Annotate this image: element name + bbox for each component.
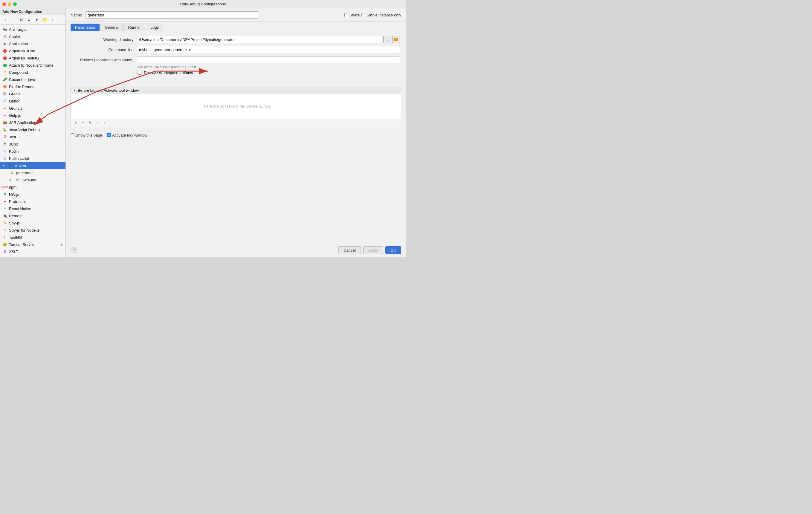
sidebar-item-label: Griffon [9,99,21,103]
before-launch-arrow-icon: ▼ [73,89,76,92]
share-checkbox[interactable] [344,13,348,17]
profiles-label: Profiles (separated with space): [72,58,135,62]
maven-icon: M [8,163,12,168]
sidebar-item-spyjs-node[interactable]: S Spy-js for Node.js [0,226,65,234]
single-instance-checkbox-label: Single instance only [361,13,401,17]
sidebar-item-js-debug[interactable]: 🐛 JavaScript Debug [0,126,65,133]
ok-button[interactable]: OK [385,246,401,254]
sidebar-item-label: JAR Application [9,120,36,125]
sidebar-item-label: Jest [9,135,16,139]
sidebar-item-maven-generator[interactable]: ⚙ generator [0,169,65,176]
add-config-button[interactable]: + [2,17,9,23]
gulp-icon: ● [2,113,7,118]
resolve-artifacts-checkbox[interactable] [138,71,141,75]
sidebar-item-nw[interactable]: N NW.js [0,191,65,198]
working-directory-input[interactable] [137,36,382,43]
profiles-input[interactable] [137,56,400,63]
sidebar-item-label: Grunt.js [9,106,23,111]
sidebar-item-applet[interactable]: ☕ Applet [0,33,65,40]
show-page-checkbox[interactable] [70,133,75,137]
activate-tool-window-checkbox[interactable] [107,133,111,137]
sidebar-item-tomcat[interactable]: 🐱 Tomcat Server ▶ [0,241,65,248]
sidebar-item-firefox[interactable]: 🦊 Firefox Remote [0,83,65,90]
before-launch-down-button[interactable]: ↓ [102,120,107,125]
tab-parameters[interactable]: Parameters [70,24,99,31]
sidebar-item-kotlin[interactable]: K Kotlin [0,148,65,155]
tab-logs[interactable]: Logs [146,24,163,31]
sidebar-item-jest[interactable]: J Jest [0,133,65,141]
sidebar-item-attach-node[interactable]: ⬤ Attach to Node.js/Chrome [0,62,65,69]
sidebar-item-label: JavaScript Debug [9,128,40,132]
single-instance-checkbox[interactable] [361,13,365,17]
sidebar-item-maven-defaults[interactable]: ▶ ⚙ Defaults [0,176,65,183]
before-launch-add-button[interactable]: + [72,120,79,125]
minimize-button[interactable] [8,2,11,6]
tab-runner[interactable]: Runner [123,24,145,31]
cancel-button[interactable]: Cancel [339,246,360,254]
sidebar-item-gulp[interactable]: ● Gulp.js [0,112,65,119]
close-button[interactable] [2,2,6,6]
sidebar-item-gradle[interactable]: 🐘 Gradle [0,90,65,97]
sidebar-item-arquillian-testng[interactable]: ⬤ Arquillian TestNG [0,54,65,62]
share-checkbox-label: Share [344,13,360,17]
copy-config-button[interactable]: ⧉ [18,17,25,23]
before-launch-header[interactable]: ▼ Before launch: Activate tool window [71,87,401,94]
sidebar-item-more-items[interactable]: 33 items more (irrelevant)... [0,255,65,257]
before-launch-remove-button[interactable]: − [80,120,86,125]
apply-button[interactable]: Apply [363,246,383,254]
tab-general[interactable]: General [100,24,123,31]
command-line-label: Command line: [72,48,135,52]
sidebar-item-label: Protractor [9,199,26,204]
sidebar-item-griffon[interactable]: G Griffon [0,97,65,104]
xslt-icon: X [2,249,7,254]
sidebar-item-compound[interactable]: ⚙ Compound [0,69,65,76]
sidebar-item-label: Maven [14,163,26,168]
folder-button[interactable]: 📁 [41,17,48,23]
sidebar-item-spyjs[interactable]: S Spy-js [0,219,65,226]
sidebar-item-label: React Native [9,207,31,211]
sidebar-item-ant-target[interactable]: 🐜 Ant Target [0,26,65,33]
sidebar-item-application[interactable]: ▶ Application [0,40,65,47]
activate-tool-window-text: Activate tool window [112,133,147,138]
sidebar-item-remote[interactable]: 🔌 Remote [0,212,65,219]
sidebar-item-maven[interactable]: ▼ M Maven [0,162,65,169]
before-launch-body: There are no tasks to run before launch [71,94,401,118]
sidebar-item-junit[interactable]: ☕ JUnit [0,141,65,148]
name-input[interactable] [86,11,259,19]
move-up-button[interactable]: ▲ [26,17,32,23]
remove-config-button[interactable]: − [10,17,17,23]
sidebar-item-npm[interactable]: npm npm [0,183,65,191]
command-line-input[interactable] [137,46,400,53]
browse-working-dir-button[interactable]: … [383,36,391,43]
sidebar-item-label: Firefox Remote [9,85,36,89]
sidebar-item-label: Defaults [22,178,36,182]
before-launch-up-button[interactable]: ↑ [94,120,100,125]
name-label: Name: [70,13,82,17]
before-launch-edit-button[interactable]: ✎ [87,120,93,125]
jsdebug-icon: 🐛 [2,127,7,132]
folder-working-dir-button[interactable] [392,36,400,43]
sidebar-item-protractor[interactable]: ● Protractor [0,198,65,205]
sidebar-item-label: TestNG [9,235,22,240]
grunt-icon: ● [2,106,7,111]
sidebar-item-jar[interactable]: 📦 JAR Application [0,119,65,126]
move-down-button[interactable]: ▼ [33,17,40,23]
sidebar: Add New Configuration + − ⧉ ▲ ▼ 📁 ↕ 🐜 An… [0,8,66,257]
sidebar-item-label: generator [16,171,33,175]
sidebar-item-react-native[interactable]: ⚛ React Native [0,205,65,212]
defaults-expand-arrow: ▶ [9,178,13,181]
config-type-list: 🐜 Ant Target ☕ Applet ▶ Application ⬤ Ar… [0,25,65,257]
working-dir-label: Working directory: [72,37,135,42]
sidebar-item-testng[interactable]: T TestNG [0,234,65,241]
jar-icon: 📦 [2,120,7,125]
sidebar-item-grunt[interactable]: ● Grunt.js [0,104,65,112]
sort-button[interactable]: ↕ [49,17,56,23]
maximize-button[interactable] [13,2,17,6]
sidebar-item-xslt[interactable]: X XSLT [0,248,65,255]
help-button[interactable]: ? [70,247,77,253]
testng-icon: T [2,235,7,240]
sidebar-item-cucumber[interactable]: 🥒 Cucumber java [0,76,65,83]
sidebar-item-arquillian-junit[interactable]: ⬤ Arquillian JUnit [0,47,65,54]
sidebar-item-label: Applet [9,34,20,39]
sidebar-item-kotlin-script[interactable]: K Kotlin script [0,155,65,162]
